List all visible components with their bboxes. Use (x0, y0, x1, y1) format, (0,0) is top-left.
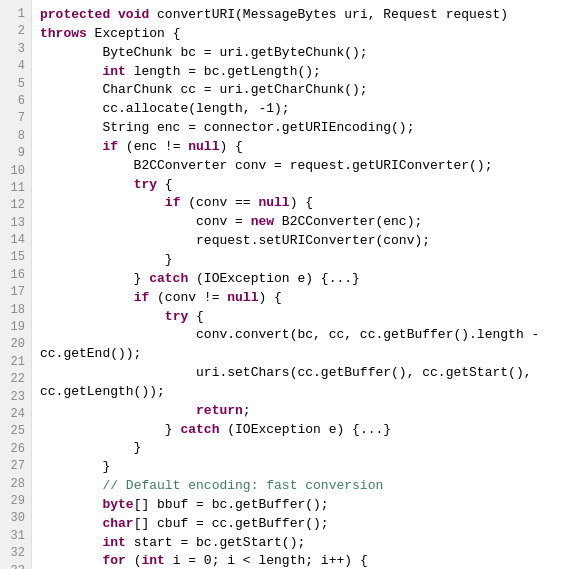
line-number: 31 (0, 528, 31, 545)
code-line: return; (40, 402, 569, 421)
code-line: char[] cbuf = cc.getBuffer(); (40, 515, 569, 534)
code-token: conv.convert(bc, cc, cc.getBuffer().leng… (40, 327, 539, 342)
code-line: } (40, 458, 569, 477)
code-line: conv = new B2CConverter(enc); (40, 213, 569, 232)
code-token: (conv == (180, 195, 258, 210)
code-token: int (102, 535, 125, 550)
code-token: String enc = connector.getURIEncoding(); (40, 120, 414, 135)
line-number: 4 (0, 58, 31, 75)
line-number: 13 (0, 215, 31, 232)
code-token: int (102, 64, 125, 79)
code-token: i = 0; i < length; i++) { (165, 553, 368, 568)
line-number: 30 (0, 510, 31, 527)
code-token (110, 7, 118, 22)
code-token: ) { (219, 139, 242, 154)
line-number: 28 (0, 476, 31, 493)
code-token (40, 177, 134, 192)
code-token: throws (40, 26, 87, 41)
code-token (40, 139, 102, 154)
code-token: null (258, 195, 289, 210)
code-token: } (40, 440, 141, 455)
code-token: return (196, 403, 243, 418)
line-number: 23 (0, 389, 31, 406)
code-token: CharChunk cc = uri.getCharChunk(); (40, 82, 368, 97)
code-line: String enc = connector.getURIEncoding(); (40, 119, 569, 138)
code-token: byte (102, 497, 133, 512)
code-token: catch (180, 422, 219, 437)
code-line: for (int i = 0; i < length; i++) { (40, 552, 569, 569)
line-number: 26 (0, 441, 31, 458)
code-line: } (40, 251, 569, 270)
code-line: throws Exception { (40, 25, 569, 44)
line-number: 18 (0, 302, 31, 319)
line-number: 20 (0, 336, 31, 353)
code-line: cc.getEnd()); (40, 345, 569, 364)
code-token: conv = (40, 214, 251, 229)
line-number: 6 (0, 93, 31, 110)
code-line: int length = bc.getLength(); (40, 63, 569, 82)
line-number: 24 (0, 406, 31, 423)
code-token: ( (126, 553, 142, 568)
line-numbers: 1234567891011121314151617181920212223242… (0, 0, 32, 569)
line-number: 8 (0, 128, 31, 145)
code-token: (enc != (118, 139, 188, 154)
line-number: 32 (0, 545, 31, 562)
code-line: try { (40, 308, 569, 327)
code-token: B2CConverter(enc); (274, 214, 422, 229)
code-token: if (134, 290, 150, 305)
code-token: try (165, 309, 188, 324)
code-line: protected void convertURI(MessageBytes u… (40, 6, 569, 25)
code-token: } (40, 252, 173, 267)
code-token: char (102, 516, 133, 531)
code-token: new (251, 214, 274, 229)
code-line: B2CConverter conv = request.getURIConver… (40, 157, 569, 176)
code-token (40, 403, 196, 418)
code-token: (conv != (149, 290, 227, 305)
code-line: uri.setChars(cc.getBuffer(), cc.getStart… (40, 364, 569, 383)
code-token: length = bc.getLength(); (126, 64, 321, 79)
code-token: cc.getLength()); (40, 384, 165, 399)
code-token: } (40, 422, 180, 437)
code-token (40, 535, 102, 550)
line-number: 25 (0, 423, 31, 440)
code-token: request.setURIConverter(conv); (40, 233, 430, 248)
code-token: int (141, 553, 164, 568)
code-line: if (conv == null) { (40, 194, 569, 213)
code-token: cc.getEnd()); (40, 346, 141, 361)
code-line: } (40, 439, 569, 458)
code-token: ) { (258, 290, 281, 305)
code-token (40, 309, 165, 324)
code-container: 1234567891011121314151617181920212223242… (0, 0, 577, 569)
code-line: ByteChunk bc = uri.getByteChunk(); (40, 44, 569, 63)
code-line: request.setURIConverter(conv); (40, 232, 569, 251)
line-number: 9 (0, 145, 31, 162)
code-content[interactable]: protected void convertURI(MessageBytes u… (32, 0, 577, 569)
line-number: 2 (0, 23, 31, 40)
code-line: try { (40, 176, 569, 195)
line-number: 16 (0, 267, 31, 284)
code-line: byte[] bbuf = bc.getBuffer(); (40, 496, 569, 515)
code-line: if (enc != null) { (40, 138, 569, 157)
code-token (40, 553, 102, 568)
code-token: catch (149, 271, 188, 286)
code-token: } (40, 459, 110, 474)
code-line: } catch (IOException e) {...} (40, 270, 569, 289)
code-token: (IOException e) {...} (219, 422, 391, 437)
code-token: { (188, 309, 204, 324)
code-token (40, 64, 102, 79)
code-token: if (102, 139, 118, 154)
code-token: [] cbuf = cc.getBuffer(); (134, 516, 329, 531)
line-number: 27 (0, 458, 31, 475)
code-token: protected (40, 7, 110, 22)
code-token: try (134, 177, 157, 192)
code-token: uri.setChars(cc.getBuffer(), cc.getStart… (40, 365, 531, 380)
line-number: 29 (0, 493, 31, 510)
code-token: start = bc.getStart(); (126, 535, 305, 550)
code-token: Exception { (87, 26, 181, 41)
line-number: 19 (0, 319, 31, 336)
code-token (40, 290, 134, 305)
code-token: cc.allocate(length, -1); (40, 101, 290, 116)
code-line: int start = bc.getStart(); (40, 534, 569, 553)
line-number: 17 (0, 284, 31, 301)
code-token (40, 497, 102, 512)
